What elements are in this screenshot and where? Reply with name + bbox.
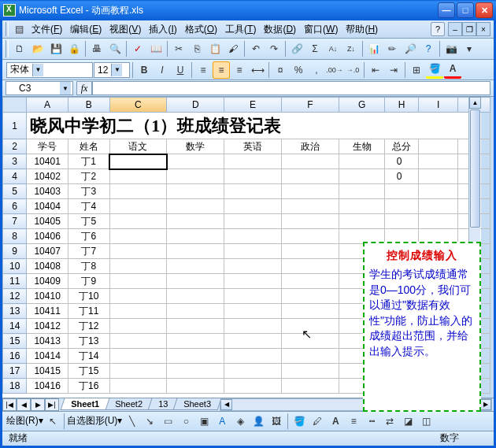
cell[interactable]: 10404 <box>27 199 68 214</box>
textbox-button[interactable]: ▣ <box>195 413 213 430</box>
cell[interactable] <box>109 184 167 199</box>
header-biology[interactable]: 生物 <box>339 139 385 154</box>
increase-indent-button[interactable]: ⇥ <box>385 61 402 79</box>
cell[interactable]: 10413 <box>27 334 68 349</box>
cell[interactable] <box>281 364 339 379</box>
cell[interactable] <box>385 199 418 214</box>
cell[interactable] <box>109 319 167 334</box>
wordart-button[interactable]: A <box>213 413 231 430</box>
print-preview-button[interactable]: 🔍 <box>106 40 124 57</box>
draw-menu[interactable]: 绘图(R)▾ <box>6 414 43 428</box>
cell[interactable]: 丁14 <box>68 349 109 364</box>
fill-color-button[interactable]: 🪣 <box>426 61 443 79</box>
cut-button[interactable]: ✂ <box>170 40 187 57</box>
cell[interactable] <box>281 169 339 184</box>
rectangle-button[interactable]: ▭ <box>159 413 176 430</box>
cell[interactable] <box>224 349 282 364</box>
row-header[interactable]: 18 <box>3 379 27 394</box>
mdi-restore-button[interactable]: ❐ <box>462 22 476 36</box>
help-button[interactable]: ? <box>420 40 437 57</box>
row-header[interactable]: 14 <box>3 319 27 334</box>
maximize-button[interactable]: □ <box>457 2 474 18</box>
cell[interactable] <box>281 319 339 334</box>
row-header[interactable]: 12 <box>3 289 27 304</box>
cell[interactable]: 丁3 <box>68 184 109 199</box>
cell[interactable]: 丁13 <box>68 334 109 349</box>
header-total[interactable]: 总分 <box>385 139 418 154</box>
arrow-button[interactable]: ↘ <box>141 413 158 430</box>
header-english[interactable]: 英语 <box>224 139 282 154</box>
col-header-a[interactable]: A <box>27 98 68 113</box>
cell[interactable] <box>281 334 339 349</box>
cell[interactable] <box>109 289 167 304</box>
spelling-button[interactable]: ✓ <box>129 40 146 57</box>
row-header[interactable]: 4 <box>3 169 27 184</box>
cell[interactable] <box>109 334 167 349</box>
cell[interactable] <box>281 259 339 274</box>
copy-button[interactable]: ⎘ <box>188 40 205 57</box>
cell[interactable] <box>224 244 282 259</box>
cell[interactable] <box>167 274 224 289</box>
cell[interactable]: 丁8 <box>68 259 109 274</box>
menu-tools[interactable]: 工具(T) <box>221 21 260 38</box>
drawing-toggle-button[interactable]: ✏ <box>383 40 401 57</box>
cell[interactable] <box>339 184 385 199</box>
cell[interactable] <box>418 199 458 214</box>
menu-data[interactable]: 数据(D) <box>260 21 300 38</box>
cell[interactable]: 丁12 <box>68 319 109 334</box>
cell[interactable] <box>167 334 224 349</box>
cell[interactable] <box>167 364 224 379</box>
cell[interactable]: 丁15 <box>68 364 109 379</box>
underline-button[interactable]: U <box>172 61 189 79</box>
col-header-f[interactable]: F <box>281 98 339 113</box>
scroll-up-button[interactable]: ▲ <box>469 97 481 109</box>
cell[interactable]: 10415 <box>27 364 68 379</box>
cell[interactable] <box>167 244 224 259</box>
chart-button[interactable]: 📊 <box>365 40 383 57</box>
clipart-button[interactable]: 👤 <box>250 413 267 430</box>
dash-style-button[interactable]: ┅ <box>363 413 380 430</box>
3d-button[interactable]: ◫ <box>417 413 435 430</box>
cell[interactable] <box>167 199 224 214</box>
cell[interactable]: 0 <box>385 154 418 169</box>
menu-window[interactable]: 窗口(W) <box>300 21 342 38</box>
minimize-button[interactable]: — <box>438 2 455 18</box>
row-header[interactable]: 16 <box>3 349 27 364</box>
cell[interactable] <box>109 274 167 289</box>
new-button[interactable]: 🗋 <box>11 40 28 57</box>
cell[interactable] <box>167 154 224 169</box>
row-header[interactable]: 7 <box>3 214 27 229</box>
cell[interactable]: 10410 <box>27 289 68 304</box>
cell[interactable]: 10405 <box>27 214 68 229</box>
last-sheet-button[interactable]: ▶| <box>45 398 59 411</box>
cell[interactable] <box>224 289 282 304</box>
row-header[interactable]: 11 <box>3 274 27 289</box>
cell[interactable] <box>281 199 339 214</box>
open-button[interactable]: 📂 <box>29 40 46 57</box>
decrease-decimal-button[interactable]: →.0 <box>344 61 361 79</box>
camera-button[interactable]: 📷 <box>442 40 460 57</box>
cell[interactable] <box>224 319 282 334</box>
col-header-h[interactable]: H <box>385 98 418 113</box>
cell[interactable] <box>109 364 167 379</box>
cell[interactable]: 10407 <box>27 244 68 259</box>
tab-sheet3[interactable]: Sheet3 <box>173 398 222 410</box>
picture-button[interactable]: 🖼 <box>268 413 285 430</box>
close-button[interactable]: ✕ <box>476 2 493 18</box>
cell[interactable]: 10406 <box>27 229 68 244</box>
cell[interactable] <box>418 169 458 184</box>
row-header[interactable]: 10 <box>3 259 27 274</box>
cell[interactable] <box>167 259 224 274</box>
col-header-d[interactable]: D <box>167 98 224 113</box>
cell[interactable]: 10412 <box>27 319 68 334</box>
table-row[interactable]: 310401丁10 <box>3 154 490 169</box>
cell[interactable] <box>281 184 339 199</box>
cell[interactable] <box>281 289 339 304</box>
cell[interactable] <box>109 244 167 259</box>
cell[interactable] <box>167 169 224 184</box>
cell[interactable] <box>385 214 418 229</box>
options-button[interactable]: ▾ <box>461 40 478 57</box>
borders-button[interactable]: ⊞ <box>408 61 425 79</box>
cell[interactable] <box>109 169 167 184</box>
header-id[interactable]: 学号 <box>27 139 68 154</box>
